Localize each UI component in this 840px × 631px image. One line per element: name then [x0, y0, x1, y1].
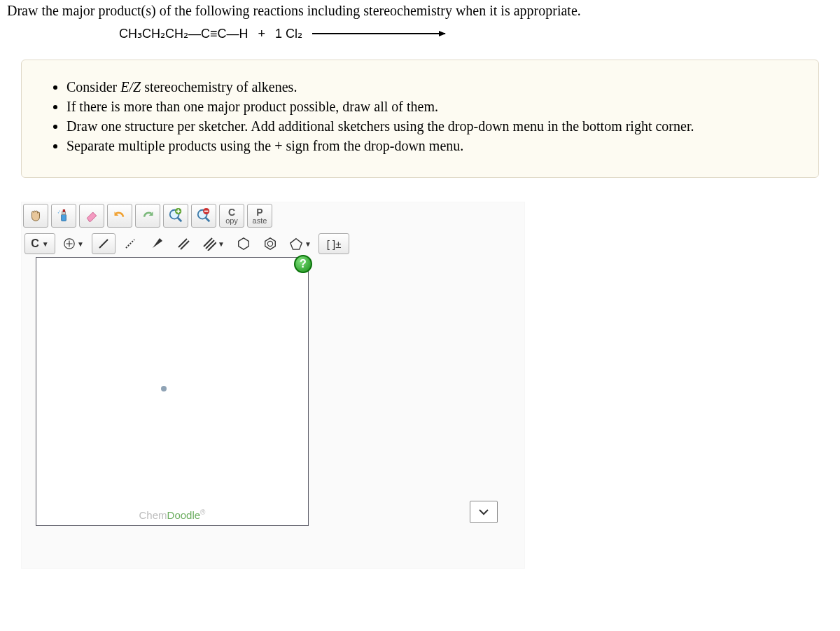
plus-sign: + [258, 27, 266, 41]
reagent-1: CH₃CH₂CH₂—C≡C—H [119, 26, 248, 41]
benzene-button[interactable] [258, 233, 282, 254]
instruction-item: Draw one structure per sketcher. Add add… [66, 117, 799, 136]
instruction-item: Consider E/Z stereochemistry of alkenes. [66, 78, 799, 97]
copy-label-bottom: opy [225, 217, 238, 225]
instruction-item: If there is more than one major product … [66, 97, 799, 116]
eraser-icon [84, 209, 99, 223]
instructions-box: Consider E/Z stereochemistry of alkenes.… [21, 60, 819, 178]
charge-picker-button[interactable]: ▼ [58, 233, 89, 254]
reaction-equation: CH₃CH₂CH₂—C≡C—H + 1 Cl₂ [119, 26, 833, 41]
watermark-chem: Chem [139, 509, 167, 521]
canvas-placeholder-dot [161, 386, 167, 391]
clear-tool-button[interactable] [51, 204, 76, 228]
chevron-down-icon: ▼ [42, 240, 49, 248]
brackets-button[interactable]: [ ]± [318, 233, 349, 254]
toolbar-row-2: C ▼ ▼ [22, 232, 524, 256]
question-mark-icon: ? [300, 258, 307, 270]
wedge-bond-icon [150, 237, 164, 251]
spray-icon [57, 208, 71, 223]
svg-rect-0 [62, 214, 66, 221]
paste-label-bottom: aste [253, 217, 267, 225]
brackets-label: [ ]± [327, 238, 342, 250]
undo-icon [112, 209, 127, 223]
svg-line-13 [126, 240, 134, 248]
svg-marker-21 [265, 238, 276, 249]
copy-button[interactable]: C opy [219, 204, 244, 228]
chevron-down-icon [478, 508, 489, 515]
hand-icon [28, 208, 43, 223]
copy-label-top: C [228, 207, 235, 217]
svg-line-18 [206, 240, 214, 249]
hexagon-icon [237, 237, 251, 251]
svg-marker-23 [290, 239, 302, 249]
reaction-arrow-icon [312, 33, 445, 34]
watermark-doodle: Doodle [167, 509, 201, 521]
svg-point-3 [59, 211, 60, 212]
svg-rect-2 [63, 210, 65, 212]
svg-rect-1 [62, 212, 66, 214]
element-label: C [31, 237, 39, 250]
sketcher-canvas[interactable]: ? ChemDoodle® [36, 257, 309, 526]
svg-line-19 [208, 242, 216, 251]
chevron-down-icon: ▼ [77, 240, 84, 248]
single-bond-icon [97, 237, 111, 251]
wedge-bond-button[interactable] [145, 233, 169, 254]
double-bond-icon [176, 237, 190, 251]
undo-button[interactable] [107, 204, 132, 228]
zoom-out-icon [196, 208, 211, 223]
element-picker-button[interactable]: C ▼ [24, 233, 55, 254]
svg-marker-20 [239, 238, 249, 249]
help-button[interactable]: ? [294, 255, 312, 273]
svg-marker-14 [153, 238, 162, 248]
sketcher-panel: C opy P aste C ▼ ▼ [21, 202, 525, 569]
zoom-out-button[interactable] [191, 204, 216, 228]
move-tool-button[interactable] [23, 204, 48, 228]
paste-button[interactable]: P aste [247, 204, 272, 228]
pentagon-icon [289, 237, 303, 251]
dashed-bond-icon [123, 237, 137, 251]
svg-line-9 [206, 218, 210, 222]
svg-line-12 [99, 240, 108, 248]
paste-label-top: P [256, 207, 262, 217]
redo-button[interactable] [135, 204, 160, 228]
chevron-down-icon: ▼ [218, 240, 225, 248]
erase-tool-button[interactable] [79, 204, 104, 228]
chemdoodle-watermark: ChemDoodle® [36, 508, 308, 521]
triple-bond-button[interactable]: ▼ [198, 233, 229, 254]
zoom-in-button[interactable] [163, 204, 188, 228]
ring-picker-button[interactable]: ▼ [285, 233, 316, 254]
triple-bond-icon [202, 237, 216, 251]
instruction-item: Separate multiple products using the + s… [66, 137, 799, 155]
svg-line-6 [178, 218, 182, 222]
plus-circle-icon [63, 237, 76, 250]
double-bond-button[interactable] [172, 233, 195, 254]
add-sketcher-dropdown[interactable] [470, 501, 498, 523]
svg-point-4 [58, 212, 59, 214]
svg-point-22 [267, 241, 272, 246]
cyclohexane-button[interactable] [232, 233, 255, 254]
chevron-down-icon: ▼ [304, 240, 312, 248]
single-bond-button[interactable] [92, 233, 115, 254]
redo-icon [140, 209, 155, 223]
svg-line-15 [178, 239, 187, 247]
zoom-in-icon [168, 208, 183, 223]
recessed-bond-button[interactable] [118, 233, 142, 254]
svg-line-17 [204, 238, 212, 247]
question-prompt: Draw the major product(s) of the followi… [7, 3, 833, 19]
benzene-icon [263, 237, 277, 251]
watermark-r: ® [200, 508, 205, 516]
svg-line-16 [181, 241, 189, 249]
toolbar-row-1: C opy P aste [22, 202, 524, 229]
reagent-2: 1 Cl₂ [275, 26, 302, 41]
